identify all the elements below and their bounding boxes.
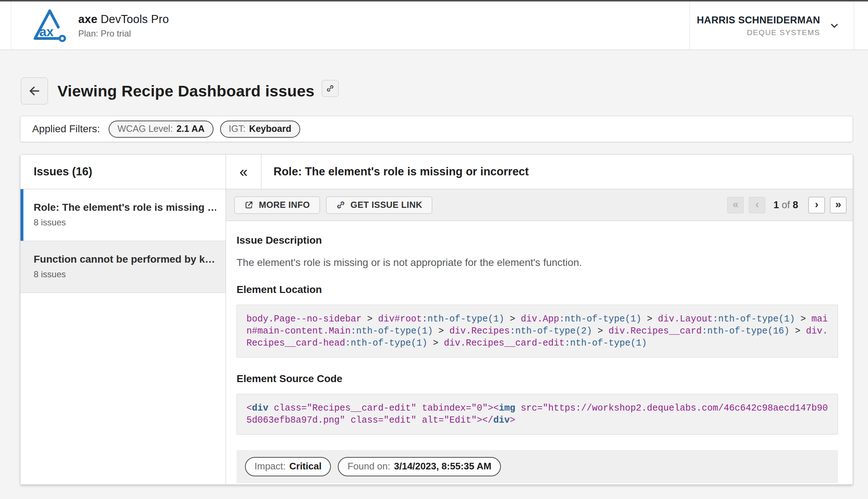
user-organization: DEQUE SYSTEMS — [697, 28, 820, 37]
collapse-sidebar-button[interactable]: « — [226, 155, 261, 189]
page-title-row: Viewing Recipe Dashboard issues — [21, 77, 868, 104]
element-location-heading: Element Location — [237, 284, 838, 296]
issue-group-count: 8 issues — [34, 217, 216, 228]
issue-group-title: Function cannot be performed by k… — [34, 253, 216, 266]
issue-detail-content: Issue Description The element's role is … — [226, 221, 853, 484]
issues-main-card: Issues (16) Role: The element's role is … — [20, 154, 853, 485]
arrow-left-icon — [27, 84, 41, 98]
app-header: ax axe DevTools Pro Plan: Pro trial HARR… — [0, 1, 868, 50]
applied-filters-label: Applied Filters: — [32, 123, 100, 135]
page-title: Viewing Recipe Dashboard issues — [57, 82, 314, 100]
user-text: HARRIS SCHNEIDERMAN DEQUE SYSTEMS — [697, 15, 820, 37]
back-button[interactable] — [21, 77, 48, 104]
issues-count-heading: Issues (16) — [20, 155, 226, 189]
user-menu-button[interactable]: HARRIS SCHNEIDERMAN DEQUE SYSTEMS — [690, 1, 854, 50]
pager-status: 1 of 8 — [773, 199, 798, 211]
issue-group-item-role[interactable]: Role: The element's role is missing … 8 … — [20, 189, 226, 241]
selected-indicator-bar — [20, 189, 23, 241]
found-on-badge: Found on: 3/14/2023, 8:55:35 AM — [338, 457, 501, 476]
last-issue-button[interactable]: » — [830, 197, 846, 213]
next-issue-button[interactable]: › — [808, 197, 825, 213]
issue-detail-pane: « Role: The element's role is missing or… — [226, 155, 853, 484]
impact-badge: Impact: Critical — [245, 457, 331, 476]
link-icon — [326, 84, 335, 93]
issue-group-count: 8 issues — [34, 269, 216, 280]
issue-group-title: Role: The element's role is missing … — [34, 201, 216, 214]
issue-pager: « ‹ 1 of 8 › » — [722, 197, 846, 213]
element-source-heading: Element Source Code — [237, 373, 838, 385]
chevron-down-icon — [829, 20, 840, 31]
axe-logo-icon: ax — [31, 8, 69, 43]
element-source-code: <div class="Recipes__card-edit" tabindex… — [237, 394, 838, 435]
external-link-icon — [244, 200, 254, 210]
filter-chip-wcag[interactable]: WCAG Level: 2.1 AA — [109, 121, 213, 138]
issue-description-heading: Issue Description — [237, 235, 838, 246]
issues-sidebar: Issues (16) Role: The element's role is … — [20, 155, 226, 484]
plan-label: Plan: Pro trial — [78, 28, 169, 39]
issue-detail-header: « Role: The element's role is missing or… — [226, 155, 853, 189]
element-location-code: body.Page--no-sidebar > div#root:nth-of-… — [237, 305, 838, 358]
first-issue-button[interactable]: « — [727, 197, 744, 213]
issue-group-item-keyboard[interactable]: Function cannot be performed by k… 8 iss… — [20, 241, 226, 293]
header-divider — [11, 1, 11, 50]
app-title: axe DevTools Pro — [78, 13, 169, 26]
filter-chip-igt[interactable]: IGT: Keyboard — [220, 121, 300, 138]
issue-toolbar: MORE INFO GET ISSUE LINK « ‹ 1 of 8 › » — [226, 189, 853, 221]
get-issue-link-button[interactable]: GET ISSUE LINK — [326, 197, 432, 214]
link-icon — [336, 200, 346, 210]
previous-issue-button[interactable]: ‹ — [749, 197, 765, 213]
issue-detail-title: Role: The element's role is missing or i… — [261, 155, 529, 189]
issue-meta-strip: Impact: Critical Found on: 3/14/2023, 8:… — [237, 450, 838, 483]
brand-block: axe DevTools Pro Plan: Pro trial — [78, 13, 169, 39]
applied-filters-bar: Applied Filters: WCAG Level: 2.1 AA IGT:… — [20, 116, 853, 142]
user-name: HARRIS SCHNEIDERMAN — [697, 15, 820, 26]
issue-description-text: The element's role is missing or is not … — [237, 257, 838, 268]
more-info-button[interactable]: MORE INFO — [234, 197, 320, 214]
copy-page-link-button[interactable] — [322, 80, 339, 97]
logo-text: ax — [39, 24, 54, 39]
